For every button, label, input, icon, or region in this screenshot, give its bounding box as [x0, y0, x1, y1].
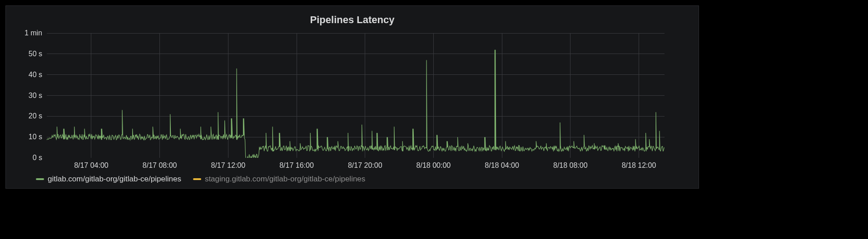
x-axis-tick: 8/17 20:00 — [348, 161, 382, 170]
chart-plot-area: 0 s10 s20 s30 s40 s50 s1 min 8/17 04:008… — [47, 33, 665, 158]
legend-label: gitlab.com/gitlab-org/gitlab-ce/pipeline… — [48, 175, 181, 184]
x-axis-tick: 8/17 12:00 — [211, 161, 246, 170]
y-axis-tick: 0 s — [33, 154, 42, 162]
x-axis-tick: 8/18 12:00 — [622, 161, 656, 170]
x-axis-tick: 8/17 16:00 — [279, 161, 314, 170]
y-axis-tick: 1 min — [25, 29, 42, 37]
legend-label: staging.gitlab.com/gitlab-org/gitlab-ce/… — [205, 175, 365, 184]
y-axis-tick: 50 s — [29, 50, 42, 58]
x-axis-tick: 8/18 08:00 — [553, 161, 588, 170]
y-axis-tick: 40 s — [29, 71, 42, 79]
y-axis-tick: 30 s — [29, 92, 42, 100]
chart-panel: Pipelines Latency 0 s10 s20 s30 s40 s50 … — [5, 5, 699, 189]
chart-svg — [47, 33, 665, 158]
legend-item-staging[interactable]: staging.gitlab.com/gitlab-org/gitlab-ce/… — [193, 175, 365, 184]
x-axis-tick: 8/17 08:00 — [143, 161, 177, 170]
chart-legend: gitlab.com/gitlab-org/gitlab-ce/pipeline… — [36, 175, 365, 184]
legend-item-production[interactable]: gitlab.com/gitlab-org/gitlab-ce/pipeline… — [36, 175, 181, 184]
x-axis-tick: 8/18 04:00 — [485, 161, 519, 170]
legend-swatch-icon — [36, 178, 44, 180]
x-axis-tick: 8/18 00:00 — [417, 161, 451, 170]
y-axis-tick: 10 s — [29, 133, 42, 141]
chart-title: Pipelines Latency — [6, 14, 699, 26]
series-line — [47, 50, 664, 158]
legend-swatch-icon — [193, 178, 201, 180]
y-axis-tick: 20 s — [29, 112, 42, 120]
x-axis-tick: 8/17 04:00 — [74, 161, 109, 170]
